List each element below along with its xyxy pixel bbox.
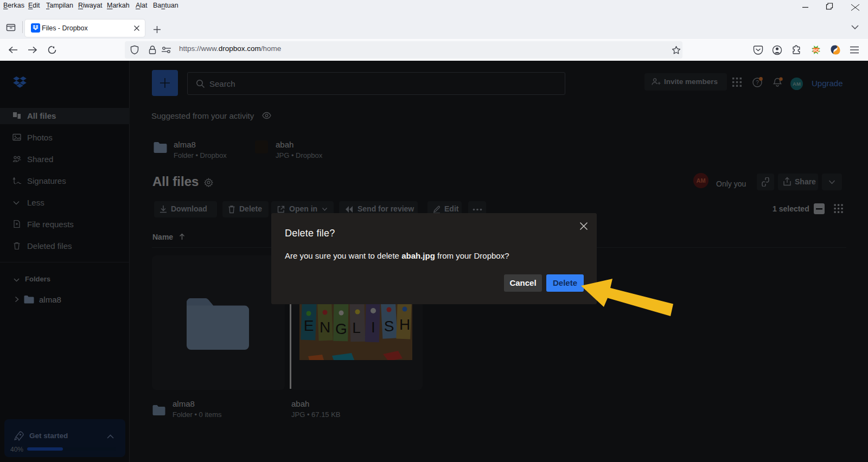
svg-text:SQ: SQ [813, 48, 819, 53]
